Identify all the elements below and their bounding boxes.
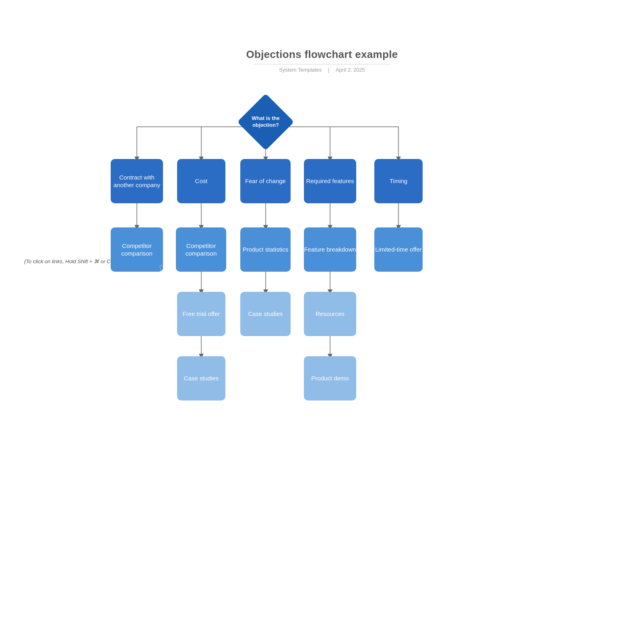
node-product-stats[interactable]: Product statistics (240, 227, 291, 272)
node-fear[interactable]: Fear of change (240, 159, 291, 203)
node-resources[interactable]: Resources (304, 292, 356, 336)
node-free-trial[interactable]: Free trial offer (177, 292, 225, 336)
header-divider (254, 64, 390, 64)
node-competitor1[interactable]: Competitor comparison (111, 227, 163, 272)
page-container: Objections flowchart example System Temp… (0, 0, 644, 644)
node-case-studies2[interactable]: Case studies (177, 356, 225, 400)
subtitle-right: April 2, 2025 (336, 67, 365, 73)
subtitle-left: System Templates (279, 67, 322, 73)
node-feature-breakdown[interactable]: Feature breakdown (304, 227, 356, 272)
diamond-label: What is the objection? (239, 115, 292, 129)
node-timing[interactable]: Timing (374, 159, 423, 203)
node-required[interactable]: Required features (304, 159, 356, 203)
header-subtitle: System Templates | April 2, 2025 (0, 67, 644, 73)
node-limited-time[interactable]: Limited-time offer (374, 227, 423, 272)
node-case-studies1[interactable]: Case studies (240, 292, 291, 336)
page-title: Objections flowchart example (0, 48, 644, 61)
node-product-demo[interactable]: Product demo (304, 356, 356, 400)
subtitle-divider: | (328, 67, 329, 73)
header: Objections flowchart example System Temp… (0, 0, 644, 73)
node-competitor2[interactable]: Competitor comparison (176, 227, 226, 272)
node-contract[interactable]: Contract with another company (111, 159, 163, 203)
node-cost[interactable]: Cost (177, 159, 225, 203)
diamond-node[interactable]: What is the objection? (239, 96, 292, 148)
